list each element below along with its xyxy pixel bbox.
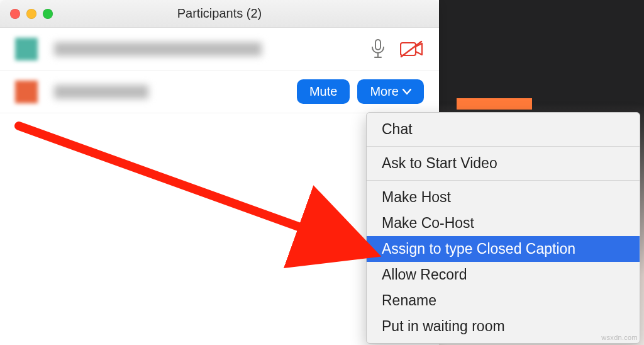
svg-rect-0 [375, 40, 380, 50]
close-window-button[interactable] [10, 9, 20, 19]
watermark: wsxdn.com [601, 334, 638, 341]
mute-button-label: Mute [309, 84, 337, 99]
menu-item-chat[interactable]: Chat [367, 116, 640, 142]
menu-separator [367, 146, 640, 147]
participants-list: Mute More [0, 28, 439, 113]
minimize-window-button[interactable] [26, 9, 36, 19]
menu-item-make-cohost[interactable]: Make Co-Host [367, 210, 640, 236]
background-accent [457, 98, 532, 110]
menu-item-rename[interactable]: Rename [367, 288, 640, 314]
svg-line-4 [401, 42, 421, 57]
zoom-window-button[interactable] [43, 9, 53, 19]
titlebar: Participants (2) [0, 0, 439, 28]
more-button[interactable]: More [357, 79, 424, 104]
microphone-icon[interactable] [370, 39, 386, 59]
participant-row[interactable] [0, 28, 439, 71]
avatar [10, 33, 43, 65]
svg-rect-3 [401, 43, 416, 55]
participant-name-blurred [54, 85, 148, 99]
mute-button[interactable]: Mute [297, 79, 350, 104]
participant-row[interactable]: Mute More [0, 71, 439, 113]
window-controls [0, 9, 53, 19]
more-dropdown-menu: Chat Ask to Start Video Make Host Make C… [366, 112, 640, 344]
menu-item-assign-closed-caption[interactable]: Assign to type Closed Caption [367, 236, 640, 262]
menu-item-make-host[interactable]: Make Host [367, 184, 640, 210]
menu-item-waiting-room[interactable]: Put in waiting room [367, 314, 640, 339]
video-off-icon[interactable] [400, 40, 424, 58]
participant-name-blurred [54, 42, 262, 56]
window-title: Participants (2) [0, 6, 439, 21]
menu-item-ask-start-video[interactable]: Ask to Start Video [367, 150, 640, 176]
more-button-label: More [370, 84, 399, 99]
avatar [10, 76, 43, 108]
chevron-down-icon [402, 86, 411, 98]
participant-actions: Mute More [297, 79, 429, 104]
menu-item-allow-record[interactable]: Allow Record [367, 262, 640, 288]
menu-separator [367, 180, 640, 181]
participant-status-icons [370, 39, 429, 59]
